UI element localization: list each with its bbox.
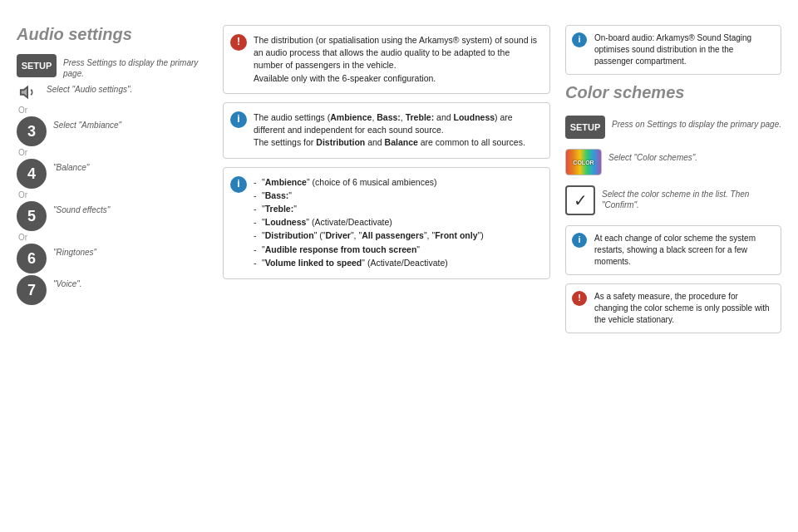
left-column: Audio settings SETUP Press Settings to d… — [17, 25, 208, 333]
color-schemes-title: Color schemes — [565, 83, 781, 102]
color-icon: COLOR — [565, 149, 602, 175]
color-setup-badge: SETUP — [565, 116, 605, 139]
checkmark-icon: ✓ — [565, 185, 595, 215]
list-item-audible: "Audible response from touch screen" — [254, 244, 539, 256]
page-container: Audio settings SETUP Press Settings to d… — [0, 0, 798, 350]
setup-badge: SETUP — [17, 54, 57, 77]
list-item-treble: "Treble:" — [254, 203, 539, 215]
info-icon-1: i — [230, 111, 247, 128]
info-icon-onboard: i — [572, 32, 587, 47]
step-badge-7: 7 — [17, 275, 47, 305]
or-label-5: Or — [17, 190, 208, 200]
middle-column: ! The distribution (or spatialisation us… — [223, 25, 550, 333]
step-text-3: Select "Ambiance" — [53, 116, 121, 131]
warning-icon-1: ! — [230, 34, 247, 51]
or-label-3: Or — [17, 106, 208, 115]
info-box-safety: ! As a safety measure, the procedure for… — [565, 283, 781, 333]
list-item-distribution: "Distribution" ("Driver", "All passenger… — [254, 229, 539, 242]
step-badge-5: 5 — [17, 201, 47, 231]
step-row-3: 3Select "Ambiance" — [17, 116, 208, 146]
color-badge-row: COLOR Select "Color schemes". — [565, 149, 781, 175]
right-column: i On-board audio: Arkamys® Sound Staging… — [565, 25, 781, 333]
or-label-4: Or — [17, 148, 208, 157]
settings-text: The audio settings (Ambience, Bass:, Tre… — [254, 111, 539, 150]
settings-list: "Ambience" (choice of 6 musical ambience… — [254, 176, 539, 270]
info-icon-2: i — [230, 176, 247, 193]
step-badge-6: 6 — [17, 244, 47, 273]
list-item-loudness: "Loudness" (Activate/Deactivate) — [254, 216, 539, 229]
color-select-text: Select "Color schemes". — [608, 149, 697, 163]
svg-marker-0 — [21, 87, 27, 98]
confirm-row: ✓ Select the color scheme in the list. T… — [565, 185, 781, 215]
confirm-text: Select the color scheme in the list. The… — [602, 185, 781, 210]
info-box-distribution: ! The distribution (or spatialisation us… — [223, 25, 550, 94]
color-setup-text: Press on Settings to display the primary… — [612, 116, 781, 130]
info-box-list: i "Ambience" (choice of 6 musical ambien… — [223, 167, 550, 280]
steps-container: Or3Select "Ambiance"Or4"Balance"Or5"Soun… — [17, 106, 208, 305]
step-text-7: "Voice". — [53, 275, 82, 289]
warning-icon-safety: ! — [572, 291, 587, 306]
distribution-text: The distribution (or spatialisation usin… — [254, 34, 539, 85]
step-row-7: 7"Voice". — [17, 275, 208, 305]
step-badge-3: 3 — [17, 116, 47, 146]
setup-row: SETUP Press Settings to display the prim… — [17, 54, 208, 79]
list-item-ambience: "Ambience" (choice of 6 musical ambience… — [254, 176, 539, 189]
step-badge-4: 4 — [17, 159, 47, 189]
color-setup-row: SETUP Press on Settings to display the p… — [565, 116, 781, 139]
info-icon-restart: i — [572, 233, 587, 248]
audio-settings-title: Audio settings — [17, 25, 208, 44]
step-row-6: 6"Ringtones" — [17, 244, 208, 273]
step-text-5: "Sound effects" — [53, 201, 110, 215]
setup-text: Press Settings to display the primary pa… — [63, 54, 208, 79]
restart-text: At each change of color scheme the syste… — [594, 233, 772, 268]
list-item-bass: "Bass:" — [254, 190, 539, 202]
list-item-volume: "Volume linked to speed" (Activate/Deact… — [254, 257, 539, 269]
step-row-5: 5"Sound effects" — [17, 201, 208, 231]
step-text-6: "Ringtones" — [53, 244, 96, 258]
speaker-text: Select "Audio settings". — [47, 81, 132, 95]
safety-text: As a safety measure, the procedure for c… — [594, 291, 772, 326]
step-text-4: "Balance" — [53, 159, 89, 173]
onboard-audio-text: On-board audio: Arkamys® Sound Staging o… — [594, 32, 772, 67]
speaker-icon — [17, 81, 40, 104]
speaker-row: Select "Audio settings". — [17, 81, 208, 104]
or-label-6: Or — [17, 233, 208, 242]
step-row-4: 4"Balance" — [17, 159, 208, 189]
info-box-settings: i The audio settings (Ambience, Bass:, T… — [223, 102, 550, 159]
color-label: COLOR — [573, 160, 594, 165]
info-box-restart: i At each change of color scheme the sys… — [565, 225, 781, 275]
info-box-onboard-audio: i On-board audio: Arkamys® Sound Staging… — [565, 25, 781, 75]
